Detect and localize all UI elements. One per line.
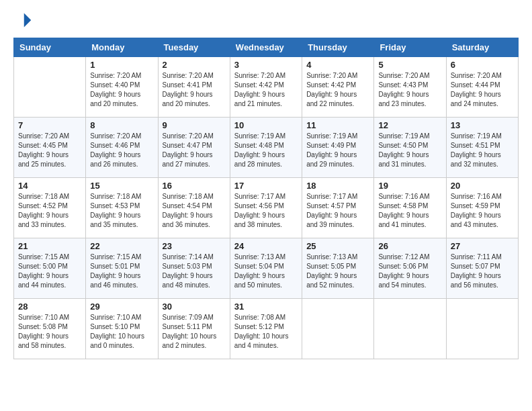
day-info: Sunrise: 7:18 AM Sunset: 4:54 PM Dayligh… bbox=[163, 192, 226, 230]
calendar-cell: 4Sunrise: 7:20 AM Sunset: 4:42 PM Daylig… bbox=[302, 57, 374, 118]
calendar-cell: 24Sunrise: 7:13 AM Sunset: 5:04 PM Dayli… bbox=[230, 238, 302, 299]
calendar-cell: 30Sunrise: 7:09 AM Sunset: 5:11 PM Dayli… bbox=[158, 299, 230, 359]
calendar-cell: 31Sunrise: 7:08 AM Sunset: 5:12 PM Dayli… bbox=[230, 299, 302, 359]
day-number: 10 bbox=[234, 120, 298, 130]
day-info: Sunrise: 7:19 AM Sunset: 4:50 PM Dayligh… bbox=[378, 132, 441, 169]
day-info: Sunrise: 7:10 AM Sunset: 5:08 PM Dayligh… bbox=[18, 313, 81, 351]
day-info: Sunrise: 7:20 AM Sunset: 4:42 PM Dayligh… bbox=[234, 71, 298, 109]
day-number: 1 bbox=[90, 60, 153, 70]
calendar-cell: 25Sunrise: 7:13 AM Sunset: 5:05 PM Dayli… bbox=[302, 238, 374, 299]
day-info: Sunrise: 7:15 AM Sunset: 5:00 PM Dayligh… bbox=[18, 253, 81, 290]
day-number: 27 bbox=[451, 241, 514, 251]
calendar-cell: 21Sunrise: 7:15 AM Sunset: 5:00 PM Dayli… bbox=[14, 238, 86, 299]
calendar-cell: 6Sunrise: 7:20 AM Sunset: 4:44 PM Daylig… bbox=[446, 57, 518, 118]
calendar-cell: 11Sunrise: 7:19 AM Sunset: 4:49 PM Dayli… bbox=[302, 118, 374, 178]
day-number: 23 bbox=[163, 241, 226, 251]
day-number: 17 bbox=[234, 181, 298, 191]
calendar-cell: 10Sunrise: 7:19 AM Sunset: 4:48 PM Dayli… bbox=[230, 118, 302, 178]
day-number: 24 bbox=[234, 241, 298, 251]
day-number: 21 bbox=[18, 241, 81, 251]
day-number: 12 bbox=[378, 120, 441, 130]
calendar-cell: 7Sunrise: 7:20 AM Sunset: 4:45 PM Daylig… bbox=[14, 118, 86, 178]
week-row-1: 1Sunrise: 7:20 AM Sunset: 4:40 PM Daylig… bbox=[14, 57, 519, 118]
day-number: 8 bbox=[90, 120, 153, 130]
day-info: Sunrise: 7:10 AM Sunset: 5:10 PM Dayligh… bbox=[90, 313, 153, 351]
day-info: Sunrise: 7:20 AM Sunset: 4:47 PM Dayligh… bbox=[163, 132, 226, 169]
day-info: Sunrise: 7:14 AM Sunset: 5:03 PM Dayligh… bbox=[163, 253, 226, 290]
calendar-cell: 5Sunrise: 7:20 AM Sunset: 4:43 PM Daylig… bbox=[374, 57, 446, 118]
day-number: 25 bbox=[306, 241, 369, 251]
day-number: 9 bbox=[163, 120, 226, 130]
day-info: Sunrise: 7:16 AM Sunset: 4:59 PM Dayligh… bbox=[451, 192, 514, 230]
day-info: Sunrise: 7:20 AM Sunset: 4:40 PM Dayligh… bbox=[90, 71, 153, 109]
calendar-cell: 19Sunrise: 7:16 AM Sunset: 4:58 PM Dayli… bbox=[374, 178, 446, 238]
day-info: Sunrise: 7:19 AM Sunset: 4:51 PM Dayligh… bbox=[451, 132, 514, 169]
calendar-cell: 13Sunrise: 7:19 AM Sunset: 4:51 PM Dayli… bbox=[446, 118, 518, 178]
calendar-cell: 3Sunrise: 7:20 AM Sunset: 4:42 PM Daylig… bbox=[230, 57, 302, 118]
day-number: 30 bbox=[163, 302, 226, 312]
day-info: Sunrise: 7:09 AM Sunset: 5:11 PM Dayligh… bbox=[163, 313, 226, 351]
day-info: Sunrise: 7:15 AM Sunset: 5:01 PM Dayligh… bbox=[90, 253, 153, 290]
day-info: Sunrise: 7:11 AM Sunset: 5:07 PM Dayligh… bbox=[451, 253, 514, 290]
logo bbox=[13, 11, 35, 30]
day-number: 28 bbox=[18, 302, 81, 312]
day-number: 2 bbox=[163, 60, 226, 70]
day-number: 15 bbox=[90, 181, 153, 191]
day-info: Sunrise: 7:20 AM Sunset: 4:46 PM Dayligh… bbox=[90, 132, 153, 169]
day-info: Sunrise: 7:18 AM Sunset: 4:53 PM Dayligh… bbox=[90, 192, 153, 230]
calendar-cell: 16Sunrise: 7:18 AM Sunset: 4:54 PM Dayli… bbox=[158, 178, 230, 238]
day-number: 6 bbox=[451, 60, 514, 70]
calendar-cell bbox=[14, 57, 86, 118]
day-info: Sunrise: 7:18 AM Sunset: 4:52 PM Dayligh… bbox=[18, 192, 81, 230]
weekday-header-monday: Monday bbox=[86, 38, 158, 57]
day-number: 11 bbox=[306, 120, 369, 130]
calendar-table: SundayMondayTuesdayWednesdayThursdayFrid… bbox=[13, 38, 519, 359]
day-info: Sunrise: 7:08 AM Sunset: 5:12 PM Dayligh… bbox=[234, 313, 298, 351]
day-number: 3 bbox=[234, 60, 298, 70]
day-number: 13 bbox=[451, 120, 514, 130]
day-info: Sunrise: 7:17 AM Sunset: 4:57 PM Dayligh… bbox=[306, 192, 369, 230]
weekday-header-row: SundayMondayTuesdayWednesdayThursdayFrid… bbox=[14, 38, 519, 57]
calendar-cell: 9Sunrise: 7:20 AM Sunset: 4:47 PM Daylig… bbox=[158, 118, 230, 178]
header bbox=[13, 11, 519, 30]
day-info: Sunrise: 7:20 AM Sunset: 4:43 PM Dayligh… bbox=[378, 71, 441, 109]
day-number: 14 bbox=[18, 181, 81, 191]
day-number: 4 bbox=[306, 60, 369, 70]
day-info: Sunrise: 7:20 AM Sunset: 4:45 PM Dayligh… bbox=[18, 132, 81, 169]
day-number: 20 bbox=[451, 181, 514, 191]
calendar-cell bbox=[302, 299, 374, 359]
calendar-cell: 27Sunrise: 7:11 AM Sunset: 5:07 PM Dayli… bbox=[446, 238, 518, 299]
weekday-header-sunday: Sunday bbox=[14, 38, 86, 57]
calendar-cell: 12Sunrise: 7:19 AM Sunset: 4:50 PM Dayli… bbox=[374, 118, 446, 178]
weekday-header-friday: Friday bbox=[374, 38, 446, 57]
calendar-cell: 1Sunrise: 7:20 AM Sunset: 4:40 PM Daylig… bbox=[86, 57, 158, 118]
week-row-3: 14Sunrise: 7:18 AM Sunset: 4:52 PM Dayli… bbox=[14, 178, 519, 238]
calendar-cell: 28Sunrise: 7:10 AM Sunset: 5:08 PM Dayli… bbox=[14, 299, 86, 359]
calendar-cell: 2Sunrise: 7:20 AM Sunset: 4:41 PM Daylig… bbox=[158, 57, 230, 118]
weekday-header-thursday: Thursday bbox=[302, 38, 374, 57]
calendar-cell: 29Sunrise: 7:10 AM Sunset: 5:10 PM Dayli… bbox=[86, 299, 158, 359]
weekday-header-tuesday: Tuesday bbox=[158, 38, 230, 57]
calendar-cell: 18Sunrise: 7:17 AM Sunset: 4:57 PM Dayli… bbox=[302, 178, 374, 238]
logo-icon bbox=[13, 11, 32, 30]
day-number: 29 bbox=[90, 302, 153, 312]
day-number: 26 bbox=[378, 241, 441, 251]
day-number: 7 bbox=[18, 120, 81, 130]
calendar-cell: 20Sunrise: 7:16 AM Sunset: 4:59 PM Dayli… bbox=[446, 178, 518, 238]
day-info: Sunrise: 7:13 AM Sunset: 5:04 PM Dayligh… bbox=[234, 253, 298, 290]
day-number: 31 bbox=[234, 302, 298, 312]
calendar-cell: 26Sunrise: 7:12 AM Sunset: 5:06 PM Dayli… bbox=[374, 238, 446, 299]
day-info: Sunrise: 7:12 AM Sunset: 5:06 PM Dayligh… bbox=[378, 253, 441, 290]
day-info: Sunrise: 7:19 AM Sunset: 4:49 PM Dayligh… bbox=[306, 132, 369, 169]
day-info: Sunrise: 7:20 AM Sunset: 4:42 PM Dayligh… bbox=[306, 71, 369, 109]
week-row-5: 28Sunrise: 7:10 AM Sunset: 5:08 PM Dayli… bbox=[14, 299, 519, 359]
calendar-cell: 8Sunrise: 7:20 AM Sunset: 4:46 PM Daylig… bbox=[86, 118, 158, 178]
calendar-cell: 14Sunrise: 7:18 AM Sunset: 4:52 PM Dayli… bbox=[14, 178, 86, 238]
calendar-cell: 17Sunrise: 7:17 AM Sunset: 4:56 PM Dayli… bbox=[230, 178, 302, 238]
weekday-header-wednesday: Wednesday bbox=[230, 38, 302, 57]
page: SundayMondayTuesdayWednesdayThursdayFrid… bbox=[0, 0, 532, 373]
day-number: 19 bbox=[378, 181, 441, 191]
calendar-cell bbox=[446, 299, 518, 359]
day-number: 16 bbox=[163, 181, 226, 191]
calendar-cell: 15Sunrise: 7:18 AM Sunset: 4:53 PM Dayli… bbox=[86, 178, 158, 238]
